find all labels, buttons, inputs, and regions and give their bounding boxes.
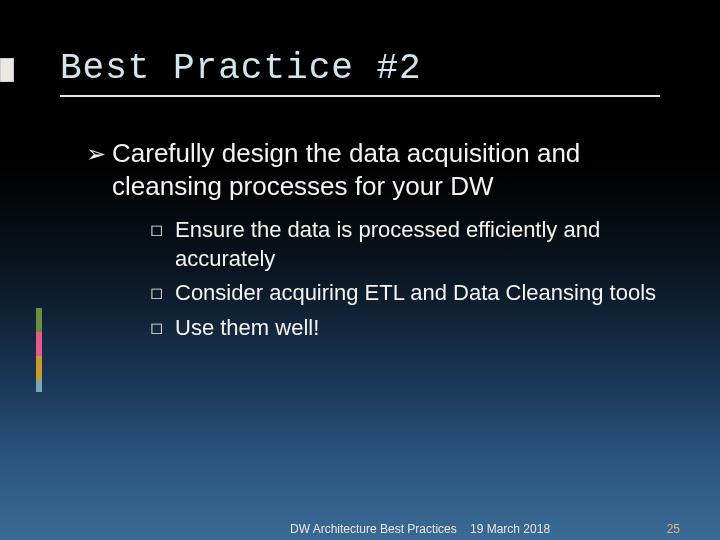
- footer-date: 19 March 2018: [470, 522, 550, 536]
- list-item: ◻ Consider acquiring ETL and Data Cleans…: [150, 279, 660, 308]
- slide-title: Best Practice #2: [60, 48, 660, 89]
- footer-source: DW Architecture Best Practices: [290, 522, 457, 536]
- square-bullet-icon: ◻: [150, 220, 163, 277]
- checkmark-arrow-icon: ➢: [86, 139, 106, 204]
- sub-bullet-text: Ensure the data is processed efficiently…: [175, 216, 660, 273]
- scrollbar-thumb[interactable]: [0, 58, 14, 82]
- sub-bullet-text: Consider acquiring ETL and Data Cleansin…: [175, 279, 656, 308]
- list-item: ◻ Ensure the data is processed efficient…: [150, 216, 660, 273]
- accent-swatch: [36, 308, 42, 332]
- accent-swatch: [36, 356, 42, 380]
- square-bullet-icon: ◻: [150, 283, 163, 312]
- main-bullet: ➢ Carefully design the data acquisition …: [86, 137, 660, 202]
- accent-swatch: [36, 380, 42, 392]
- title-underline: [60, 95, 660, 97]
- list-item: ◻ Use them well!: [150, 314, 660, 343]
- sub-bullet-list: ◻ Ensure the data is processed efficient…: [150, 216, 660, 342]
- footer-page-number: 25: [667, 522, 680, 536]
- accent-swatch: [36, 332, 42, 356]
- square-bullet-icon: ◻: [150, 318, 163, 347]
- slide-body: Best Practice #2 ➢ Carefully design the …: [0, 0, 720, 342]
- accent-color-strip: [36, 308, 42, 392]
- main-bullet-text: Carefully design the data acquisition an…: [112, 137, 660, 202]
- sub-bullet-text: Use them well!: [175, 314, 319, 343]
